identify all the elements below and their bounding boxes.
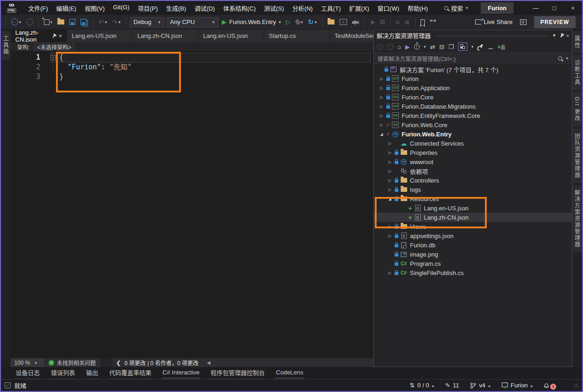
tree-item-logs[interactable]: ▷logs — [374, 185, 572, 194]
switch-views-icon[interactable]: ▶ — [405, 43, 410, 50]
editor-tab-lang-en-us-json[interactable]: Lang.en-US.json — [67, 30, 133, 42]
quick-search[interactable]: 搜索 ▾ — [444, 4, 468, 12]
minimize-button[interactable]: — — [527, 1, 545, 15]
current-branch-button[interactable]: v4 ▴ — [470, 382, 490, 389]
solution-name-badge[interactable]: Furion — [481, 2, 513, 14]
collapsed-arrow-icon[interactable]: ▷ — [387, 160, 393, 164]
tree-item-依赖项[interactable]: ▷依赖项 — [374, 166, 572, 176]
new-project-button[interactable]: ▾ — [43, 18, 54, 26]
editor-tab-lang-zh-cn-json[interactable]: Lang.zh-CN.json — [133, 30, 198, 42]
collapsed-arrow-icon[interactable]: ▷ — [387, 188, 393, 192]
run-to-cursor-button[interactable]: ➤ — [368, 18, 377, 27]
toolbox-vertical-tab[interactable]: 工具箱 — [1, 31, 11, 60]
vertical-tab-诊断工具[interactable]: 诊断工具 — [573, 55, 582, 90]
forward-button[interactable]: → — [387, 44, 393, 50]
solution-explorer-shortcut-button[interactable]: ⌂ — [338, 18, 348, 26]
bottom-tab-输出[interactable]: 输出 — [85, 367, 99, 380]
restart-button[interactable]: ↻▾ — [307, 18, 318, 26]
solution-search-box[interactable]: 搜索解决方案资源管理器(Ctrl+;) ▾ — [374, 53, 572, 64]
solution-platform-dropdown[interactable]: Any CPU▾ — [167, 17, 218, 27]
collapsed-arrow-icon[interactable]: ▷ — [387, 271, 393, 275]
pin-icon[interactable] — [52, 34, 56, 38]
pending-changes-filter-button[interactable] — [414, 44, 420, 49]
show-all-files-button[interactable]: ❐ — [448, 43, 454, 50]
home-button[interactable]: ⌂ — [397, 43, 401, 50]
collapsed-arrow-icon[interactable]: ▷ — [387, 234, 393, 238]
git-changes-indicator[interactable]: ❮ 0 项更改 | 0 名作者，0 项更改 — [112, 359, 202, 367]
tree-item-controllers[interactable]: ▷Controllers — [374, 176, 572, 185]
tree-item-views[interactable]: ▷Views — [374, 222, 572, 231]
menu-item-工具-t[interactable]: 工具(T) — [317, 2, 345, 14]
menu-item-调试-d[interactable]: 调试(D) — [190, 2, 219, 14]
hot-reload-button[interactable]: ▾ — [294, 18, 304, 26]
collapsed-arrow-icon[interactable]: ▷ — [387, 169, 393, 173]
tree-item-appsettings-json[interactable]: ▷{}appsettings.json — [374, 231, 572, 240]
preview-button[interactable]: PREVIEW — [534, 16, 576, 28]
collapse-chevron-icon[interactable]: ❮ — [116, 360, 121, 366]
back-button[interactable]: ← — [377, 44, 383, 50]
tree-item-furion-web-core[interactable]: ▷✓C#Furion.Web.Core — [374, 120, 572, 129]
tree-item-connected-services[interactable]: ▷☁Connected Services — [374, 139, 572, 148]
preview-selected-items-icon[interactable]: ⚊ — [488, 43, 493, 50]
decrease-indent-button[interactable]: ≡ — [394, 18, 401, 27]
collapsed-arrow-icon[interactable]: ▷ — [378, 95, 385, 99]
start-debugging-button[interactable]: ▶ Furion.Web.Entry ▾ — [221, 18, 282, 26]
toolbar-drag-handle[interactable] — [5, 18, 6, 26]
tree-item-furion-entityframework-core[interactable]: ▷C#Furion.EntityFramework.Core — [374, 111, 572, 120]
tree-item-singlefilepublish-cs[interactable]: ▷C#SingleFilePublish.cs — [374, 268, 572, 277]
bottom-tab-codelens[interactable]: CodeLens — [275, 368, 304, 379]
fold-margin[interactable]: − — [50, 53, 56, 62]
solution-configuration-dropdown[interactable]: Debug▾ — [130, 17, 164, 27]
editor-tab-testmoduleser[interactable]: TestModuleSer — [330, 30, 373, 42]
increase-indent-button[interactable]: ≅ — [403, 18, 411, 27]
tree-item-resources[interactable]: ◢Resources — [374, 194, 572, 203]
collapsed-arrow-icon[interactable]: ▷ — [378, 77, 385, 81]
tree-item-image-png[interactable]: image.png — [374, 250, 572, 259]
menu-item-窗口-w[interactable]: 窗口(W) — [373, 2, 403, 14]
menu-item-编辑-e[interactable]: 编辑(E) — [52, 2, 81, 14]
pin-icon[interactable] — [560, 33, 564, 37]
tree-item-furion-web-entry[interactable]: ◢✓Furion.Web.Entry — [374, 129, 572, 139]
sync-commits-button[interactable]: ⇅ 0 / 0 ▴ — [409, 382, 434, 389]
unpushed-edits-button[interactable]: ✎ 11 — [445, 382, 459, 389]
tree-item-furion-database-migrations[interactable]: ▷C#Furion.Database.Migrations — [374, 102, 572, 111]
menu-item-git-g[interactable]: Git(G) — [109, 2, 133, 14]
fold-margin[interactable] — [50, 62, 56, 72]
zoom-dropdown[interactable]: 100 % ▾ — [11, 358, 44, 367]
close-icon[interactable]: × — [59, 33, 62, 39]
document-health-indicator[interactable]: ✓ 未找到相关问题 — [44, 359, 100, 367]
sync-selection-icon[interactable]: ⇄ — [430, 43, 435, 50]
menu-item-体系结构-c[interactable]: 体系结构(C) — [219, 2, 260, 14]
menu-item-项目-p[interactable]: 项目(P) — [134, 2, 162, 14]
tree-item-lang-en-us-json[interactable]: +{}Lang.en-US.json — [374, 203, 572, 213]
bottom-tab-设备日志[interactable]: 设备日志 — [15, 367, 41, 380]
bottom-tab-程序包管理器控制台[interactable]: 程序包管理器控制台 — [210, 367, 266, 380]
collapsed-arrow-icon[interactable]: ▷ — [387, 141, 393, 146]
save-button[interactable] — [68, 18, 77, 26]
tree-item-wwwroot[interactable]: ▷wwwroot — [374, 157, 572, 166]
tree-item-program-cs[interactable]: C#Program.cs — [374, 259, 572, 268]
tree-item-lang-zh-cn-json[interactable]: +{}Lang.zh-CN.json — [374, 213, 572, 222]
expanded-arrow-icon[interactable]: ◢ — [387, 197, 393, 201]
close-icon[interactable]: × — [566, 33, 569, 38]
live-share-button[interactable]: Live Share — [475, 18, 513, 25]
window-position-dropdown-icon[interactable]: ▾ — [553, 32, 556, 38]
menu-item-扩展-x[interactable]: 扩展(X) — [345, 2, 373, 14]
spell-check-button[interactable]: abc — [351, 19, 361, 25]
find-in-files-button[interactable] — [326, 18, 336, 25]
save-all-button[interactable] — [79, 18, 89, 26]
sync-with-active-document-button[interactable] — [458, 43, 467, 51]
notifications-button[interactable]: 1 — [544, 381, 556, 390]
code-editor[interactable]: 1−{2 "Furion": "先知"3} — [11, 52, 373, 358]
start-without-debugging-button[interactable]: ▷ — [285, 18, 292, 26]
architecture-dropdown[interactable]: <未选择架构> — [33, 43, 75, 51]
menu-item-帮助-h[interactable]: 帮助(H) — [403, 2, 432, 14]
editor-tab-lang-en-us-json[interactable]: Lang.en-US.json — [198, 30, 264, 42]
collapsed-arrow-icon[interactable]: ▷ — [378, 123, 385, 127]
collapsed-arrow-icon[interactable]: ▷ — [387, 151, 393, 155]
collapsed-arrow-icon[interactable]: ▷ — [387, 225, 393, 229]
collapsed-arrow-icon[interactable]: ▷ — [387, 178, 393, 183]
bottom-tab-c-interactive[interactable]: C# Interactive — [161, 368, 200, 379]
tree-item-properties[interactable]: ▷Properties — [374, 148, 572, 157]
menu-item-文件-f[interactable]: 文件(F) — [24, 2, 52, 14]
